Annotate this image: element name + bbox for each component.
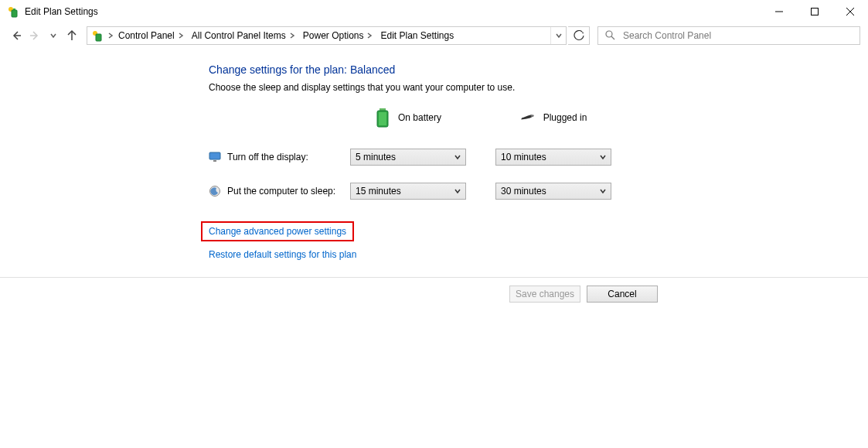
app-icon bbox=[6, 5, 20, 19]
content-area: Change settings for the plan: Balanced C… bbox=[0, 48, 868, 269]
minimize-button[interactable] bbox=[761, 0, 797, 23]
address-history-dropdown[interactable] bbox=[550, 27, 566, 44]
sleep-battery-select[interactable]: 15 minutes bbox=[350, 183, 466, 200]
maximize-button[interactable] bbox=[797, 0, 832, 23]
breadcrumb-item[interactable]: Power Options bbox=[298, 27, 376, 44]
settings-grid: On battery Plugged in Turn off the displ… bbox=[209, 107, 868, 200]
display-battery-value: 5 minutes bbox=[356, 152, 396, 162]
battery-column-label: On battery bbox=[398, 112, 441, 123]
nav-bar: Control Panel All Control Panel Items Po… bbox=[0, 23, 868, 48]
breadcrumb-item[interactable]: All Control Panel Items bbox=[187, 27, 298, 44]
address-bar[interactable]: Control Panel All Control Panel Items Po… bbox=[87, 26, 567, 45]
chevron-right-icon bbox=[178, 30, 184, 41]
sleep-row-label: Put the computer to sleep: bbox=[227, 186, 335, 197]
search-input[interactable] bbox=[621, 29, 853, 42]
svg-rect-19 bbox=[213, 160, 216, 162]
close-button[interactable] bbox=[832, 0, 868, 23]
chevron-right-icon bbox=[366, 30, 373, 41]
sleep-plugged-select[interactable]: 30 minutes bbox=[495, 183, 611, 200]
chevron-right-icon bbox=[107, 30, 114, 41]
chevron-down-icon bbox=[454, 152, 461, 162]
breadcrumb-label: Control Panel bbox=[118, 30, 175, 41]
up-button[interactable] bbox=[63, 27, 80, 44]
display-plugged-value: 10 minutes bbox=[501, 152, 546, 162]
search-box[interactable] bbox=[597, 26, 860, 45]
footer-bar: Save changes Cancel bbox=[0, 277, 868, 303]
links-area: Change advanced power settings Restore d… bbox=[209, 221, 868, 269]
forward-button[interactable] bbox=[26, 27, 43, 44]
breadcrumb-item[interactable]: Control Panel bbox=[114, 27, 187, 44]
breadcrumb-label: Edit Plan Settings bbox=[380, 30, 454, 41]
restore-defaults-link[interactable]: Restore default settings for this plan bbox=[209, 249, 356, 260]
svg-rect-1 bbox=[12, 10, 17, 17]
chevron-down-icon bbox=[454, 186, 461, 197]
back-button[interactable] bbox=[8, 27, 25, 44]
chevron-right-icon bbox=[289, 30, 295, 41]
display-plugged-select[interactable]: 10 minutes bbox=[495, 149, 611, 166]
svg-rect-18 bbox=[209, 152, 220, 159]
svg-line-13 bbox=[611, 36, 614, 39]
window-title: Edit Plan Settings bbox=[25, 6, 98, 17]
sleep-icon bbox=[209, 185, 221, 197]
battery-icon bbox=[375, 107, 390, 128]
chevron-down-icon bbox=[600, 152, 606, 162]
cancel-button[interactable]: Cancel bbox=[587, 286, 658, 303]
address-icon bbox=[90, 29, 104, 43]
chevron-down-icon bbox=[600, 186, 606, 197]
refresh-button[interactable] bbox=[568, 26, 590, 45]
plugged-column-label: Plugged in bbox=[543, 112, 587, 123]
page-title: Change settings for the plan: Balanced bbox=[209, 63, 868, 76]
svg-rect-2 bbox=[13, 9, 15, 10]
breadcrumb-label: All Control Panel Items bbox=[192, 30, 286, 41]
page-subtitle: Choose the sleep and display settings th… bbox=[209, 82, 868, 93]
sleep-plugged-value: 30 minutes bbox=[501, 186, 546, 197]
sleep-battery-value: 15 minutes bbox=[356, 186, 401, 197]
svg-rect-11 bbox=[96, 34, 101, 41]
breadcrumb-item[interactable]: Edit Plan Settings bbox=[376, 27, 457, 44]
recent-locations-button[interactable] bbox=[45, 27, 62, 44]
plug-icon bbox=[520, 112, 536, 123]
display-icon bbox=[209, 151, 221, 163]
save-button[interactable]: Save changes bbox=[509, 286, 580, 303]
highlight-box: Change advanced power settings bbox=[201, 221, 354, 241]
svg-point-17 bbox=[530, 115, 533, 117]
advanced-settings-link[interactable]: Change advanced power settings bbox=[209, 226, 346, 237]
title-bar: Edit Plan Settings bbox=[0, 0, 868, 23]
svg-rect-16 bbox=[379, 112, 386, 125]
breadcrumb-label: Power Options bbox=[303, 30, 364, 41]
svg-point-12 bbox=[606, 31, 612, 37]
display-row-label: Turn off the display: bbox=[227, 152, 308, 162]
search-icon bbox=[604, 29, 615, 43]
svg-rect-4 bbox=[812, 9, 819, 15]
display-battery-select[interactable]: 5 minutes bbox=[350, 149, 466, 166]
